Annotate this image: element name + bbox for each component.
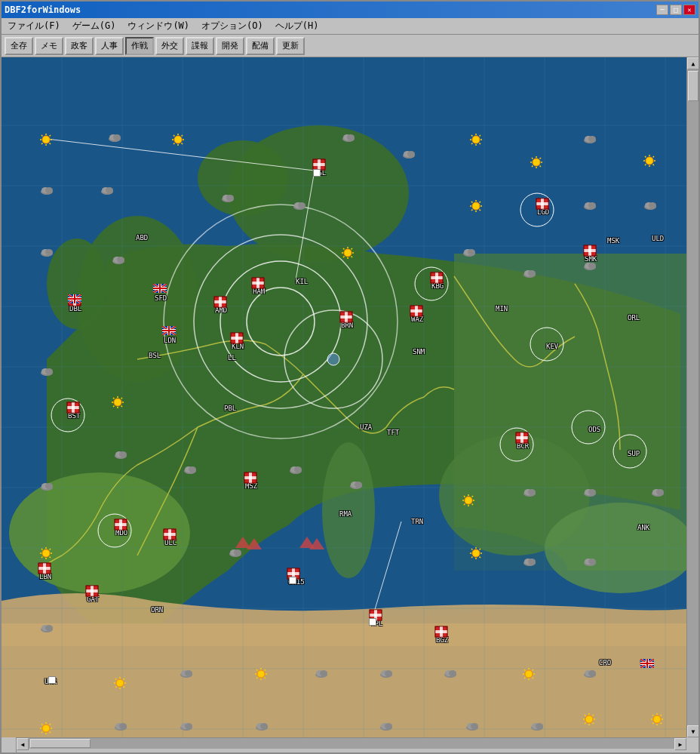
btn-koshin[interactable]: 更新 — [276, 37, 305, 55]
menu-help[interactable]: ヘルプ(H) — [271, 18, 324, 34]
scroll-thumb-v[interactable] — [688, 71, 698, 101]
btn-sakusen[interactable]: 作戦 — [125, 37, 154, 55]
svg-line-110 — [653, 156, 655, 158]
city-label: MSK — [607, 237, 619, 245]
map-container[interactable]: OSLLGDMSKULDSMKORLABDSFDDBLLDNBSLKBGHAMK… — [2, 57, 686, 737]
menu-game[interactable]: ゲーム(G) — [68, 18, 121, 34]
scroll-thumb-h[interactable] — [30, 739, 91, 748]
scroll-up-button[interactable]: ▲ — [687, 57, 698, 69]
menu-options[interactable]: オプション(O) — [197, 18, 268, 34]
flag-marker[interactable] — [244, 472, 257, 486]
btn-memo[interactable]: メモ — [35, 37, 63, 55]
weather-icon — [314, 667, 329, 680]
flag-marker[interactable] — [230, 332, 244, 346]
svg-rect-440 — [68, 298, 81, 300]
svg-line-324 — [652, 723, 654, 725]
game-map[interactable]: OSLLGDMSKULDSMKORLABDSFDDBLLDNBSLKBGHAMK… — [2, 57, 686, 737]
weather-icon — [462, 246, 477, 259]
minimize-button[interactable]: ─ — [656, 5, 668, 15]
svg-line-274 — [533, 678, 534, 679]
maximize-button[interactable]: □ — [670, 5, 682, 15]
menu-window[interactable]: ウィンドウ(W) — [123, 18, 194, 34]
flag-marker[interactable] — [515, 432, 529, 446]
flag-marker[interactable] — [583, 245, 597, 259]
weather-icon — [522, 555, 537, 568]
weather-icon — [469, 199, 483, 215]
city-label: ABD — [136, 234, 148, 242]
svg-point-208 — [42, 549, 50, 557]
close-button[interactable]: ✕ — [683, 5, 695, 15]
svg-point-114 — [45, 187, 53, 193]
neutral-marker[interactable] — [289, 577, 296, 584]
svg-point-102 — [588, 136, 596, 142]
btn-haichi[interactable]: 配備 — [246, 37, 275, 55]
scroll-down-button[interactable]: ▼ — [687, 725, 698, 737]
svg-line-96 — [532, 158, 533, 159]
svg-point-190 — [465, 497, 472, 504]
flag-marker[interactable] — [430, 272, 444, 286]
svg-line-323 — [661, 715, 662, 716]
weather-icon — [171, 133, 185, 149]
svg-point-162 — [588, 263, 596, 269]
flag-marker[interactable] — [213, 296, 227, 310]
weather-icon — [288, 463, 303, 476]
weather-icon — [39, 246, 54, 259]
svg-point-55 — [42, 136, 50, 143]
neutral-marker[interactable] — [369, 618, 376, 626]
british-flag-marker[interactable] — [68, 294, 81, 306]
weather-icon — [292, 199, 307, 212]
scroll-track-h[interactable] — [29, 738, 674, 749]
flag-marker[interactable] — [66, 402, 80, 416]
svg-point-249 — [185, 670, 192, 676]
svg-rect-362 — [584, 249, 596, 252]
scroll-right-button[interactable]: ▶ — [674, 738, 686, 750]
btn-chohо[interactable]: 諜報 — [186, 37, 214, 55]
weather-icon — [39, 184, 54, 197]
svg-line-227 — [480, 549, 481, 550]
city-label: SUP — [628, 450, 640, 457]
weather-icon — [39, 133, 53, 149]
bottom-row: ◀ ▶ — [2, 737, 698, 752]
svg-line-246 — [115, 687, 117, 688]
weather-icon — [379, 720, 394, 733]
british-flag-marker[interactable] — [162, 326, 176, 337]
flag-marker[interactable] — [410, 305, 423, 319]
flag-marker[interactable] — [339, 311, 353, 325]
scroll-track-v[interactable] — [687, 69, 698, 725]
flag-marker[interactable] — [38, 562, 51, 577]
flag-marker[interactable] — [85, 585, 99, 599]
city-label: ORL — [628, 314, 640, 322]
british-flag-marker[interactable] — [153, 284, 167, 295]
scroll-left-button[interactable]: ◀ — [17, 738, 29, 750]
menu-file[interactable]: ファイル(F) — [3, 18, 65, 34]
btn-jinji[interactable]: 人事 — [95, 37, 124, 55]
british-flag-marker-sez[interactable] — [640, 659, 654, 670]
svg-rect-406 — [115, 523, 127, 526]
vertical-scrollbar[interactable]: ▲ ▼ — [686, 57, 698, 737]
neutral-marker[interactable] — [313, 169, 321, 177]
weather-icon — [220, 192, 235, 205]
svg-point-237 — [45, 625, 53, 631]
flag-marker[interactable] — [114, 519, 127, 533]
weather-icon — [643, 154, 656, 170]
svg-point-300 — [385, 723, 392, 729]
neutral-marker[interactable] — [48, 676, 56, 684]
btn-kaihatsu[interactable]: 開発 — [216, 37, 244, 55]
svg-line-245 — [124, 679, 125, 680]
btn-seikyaku[interactable]: 政客 — [65, 37, 94, 55]
svg-point-219 — [234, 549, 241, 555]
toolbar: 全存 メモ 政客 人事 作戦 外交 諜報 開発 配備 更新 — [2, 35, 698, 57]
svg-point-294 — [185, 723, 192, 729]
btn-zenson[interactable]: 全存 — [5, 37, 33, 55]
flag-marker[interactable] — [434, 626, 448, 640]
svg-rect-430 — [435, 630, 447, 633]
btn-gaiko[interactable]: 外交 — [155, 37, 184, 55]
flag-marker[interactable] — [251, 277, 265, 291]
svg-line-313 — [593, 723, 594, 725]
flag-marker[interactable] — [163, 528, 177, 543]
weather-icon — [379, 667, 394, 680]
flag-marker[interactable] — [536, 198, 549, 212]
weather-icon — [650, 486, 665, 499]
weather-icon — [341, 131, 356, 144]
horizontal-scrollbar[interactable]: ◀ ▶ — [17, 737, 686, 749]
